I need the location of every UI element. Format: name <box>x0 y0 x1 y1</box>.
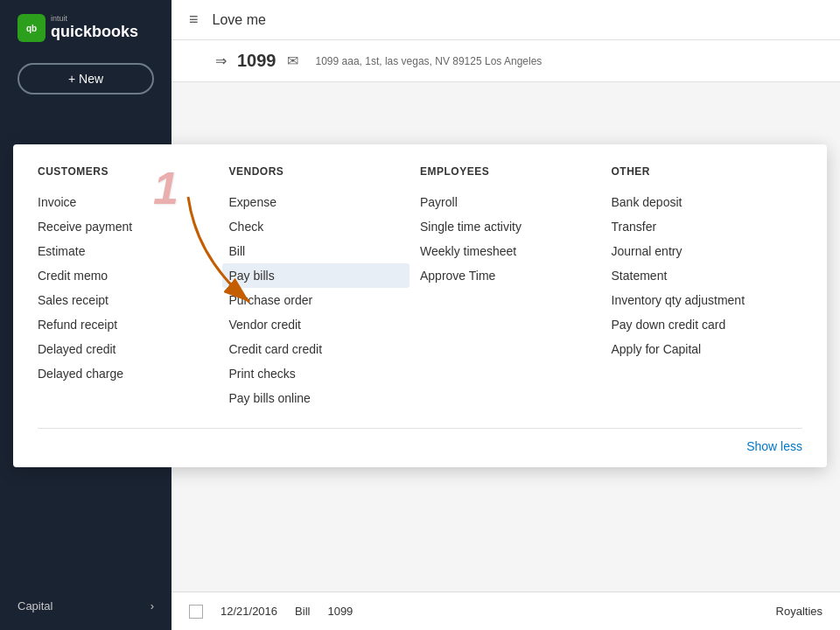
menu-item-invoice[interactable]: Invoice <box>38 190 212 214</box>
menu-item-bill[interactable]: Bill <box>229 239 403 263</box>
menu-item-weekly-timesheet[interactable]: Weekly timesheet <box>420 239 594 263</box>
menu-item-check[interactable]: Check <box>229 214 403 239</box>
menu-item-payroll[interactable]: Payroll <box>420 190 594 214</box>
menu-item-estimate[interactable]: Estimate <box>38 239 212 263</box>
menu-item-sales-receipt[interactable]: Sales receipt <box>38 288 212 312</box>
menu-item-receive-payment[interactable]: Receive payment <box>38 214 212 239</box>
other-header: OTHER <box>612 165 786 178</box>
other-column: OTHER Bank deposit Transfer Journal entr… <box>612 165 803 410</box>
menu-item-credit-card-credit[interactable]: Credit card credit <box>229 337 403 361</box>
menu-item-approve-time[interactable]: Approve Time <box>420 263 594 288</box>
menu-item-refund-receipt[interactable]: Refund receipt <box>38 312 212 337</box>
new-menu-dropdown: CUSTOMERS Invoice Receive payment Estima… <box>13 144 827 467</box>
menu-item-statement[interactable]: Statement <box>612 263 786 288</box>
menu-item-delayed-credit[interactable]: Delayed credit <box>38 337 212 361</box>
menu-item-print-checks[interactable]: Print checks <box>229 361 403 386</box>
menu-item-journal-entry[interactable]: Journal entry <box>612 239 786 263</box>
employees-header: EMPLOYEES <box>420 165 594 178</box>
annotation-number: 1 <box>153 162 178 214</box>
menu-item-pay-bills-online[interactable]: Pay bills online <box>229 386 403 410</box>
show-less-button[interactable]: Show less <box>746 439 802 453</box>
menu-item-apply-for-capital[interactable]: Apply for Capital <box>612 337 786 361</box>
employees-column: EMPLOYEES Payroll Single time activity W… <box>420 165 612 410</box>
menu-item-vendor-credit[interactable]: Vendor credit <box>229 312 403 337</box>
menu-item-bank-deposit[interactable]: Bank deposit <box>612 190 786 214</box>
vendors-column: VENDORS Expense Check Bill Pay bills Pur… <box>229 165 421 410</box>
menu-item-credit-memo[interactable]: Credit memo <box>38 263 212 288</box>
vendors-header: VENDORS <box>229 165 403 178</box>
menu-item-inventory-qty[interactable]: Inventory qty adjustment <box>612 288 786 312</box>
customers-header: CUSTOMERS <box>38 165 212 178</box>
menu-item-purchase-order[interactable]: Purchase order <box>229 288 403 312</box>
menu-item-delayed-charge[interactable]: Delayed charge <box>38 361 212 386</box>
dropdown-footer: Show less <box>38 428 802 453</box>
dropdown-overlay[interactable]: CUSTOMERS Invoice Receive payment Estima… <box>0 0 840 630</box>
menu-item-transfer[interactable]: Transfer <box>612 214 786 239</box>
menu-item-pay-bills[interactable]: Pay bills <box>222 263 410 288</box>
menu-item-single-time-activity[interactable]: Single time activity <box>420 214 594 239</box>
menu-item-pay-down-credit-card[interactable]: Pay down credit card <box>612 312 786 337</box>
menu-item-expense[interactable]: Expense <box>229 190 403 214</box>
customers-column: CUSTOMERS Invoice Receive payment Estima… <box>38 165 229 410</box>
